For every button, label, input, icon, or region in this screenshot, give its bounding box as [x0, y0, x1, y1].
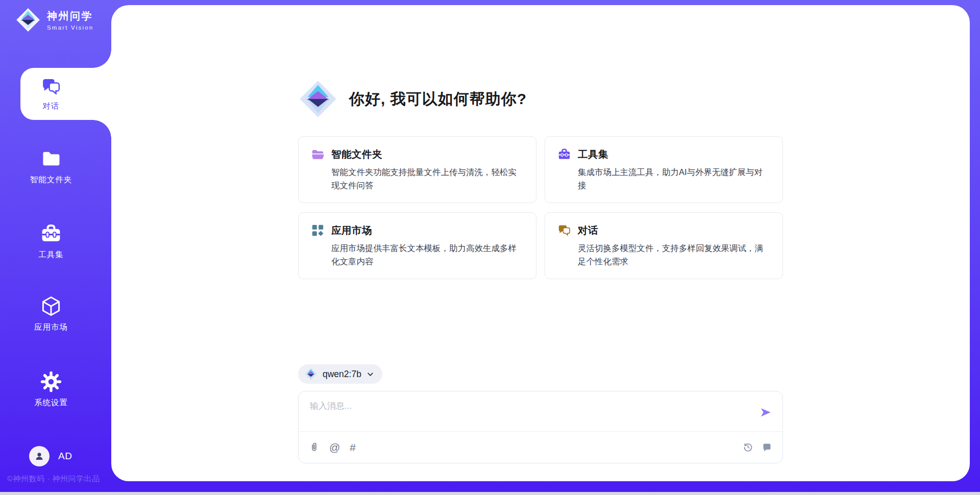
user-name: AD: [58, 451, 72, 462]
sidebar-item-toolkit[interactable]: 工具集: [0, 222, 102, 260]
message-composer: @ #: [298, 391, 783, 463]
copyright-text: ©神州数码 · 神州问学出品: [7, 474, 100, 484]
folder-icon: [40, 147, 62, 170]
user-avatar-icon: [33, 450, 45, 462]
cube-icon: [40, 295, 62, 317]
sidebar-item-label: 对话: [43, 101, 60, 112]
gem-diamond-icon: [304, 367, 317, 381]
chat-bubbles-icon: [41, 77, 61, 97]
brand-title: 神州问学: [47, 9, 93, 23]
main-panel: 你好, 我可以如何帮助你? 智能文件夹 智能文件夹功能支持批量文件上传与清洗，轻…: [111, 5, 970, 481]
card-description: 灵活切换多模型文件，支持多样回复效果调试，满足个性化需求: [557, 242, 770, 268]
avatar: [29, 446, 50, 466]
sidebar-item-label: 应用市场: [34, 322, 68, 333]
gem-diamond-icon: [298, 79, 338, 119]
card-smart-folder[interactable]: 智能文件夹 智能文件夹功能支持批量文件上传与清洗，轻松实现文件问答: [298, 136, 536, 203]
history-icon: [743, 442, 753, 453]
message-input[interactable]: [299, 391, 782, 430]
composer-toolbar: @ #: [299, 431, 782, 463]
sidebar-item-label: 智能文件夹: [30, 175, 72, 185]
send-button[interactable]: [758, 405, 773, 420]
main-content: 你好, 我可以如何帮助你? 智能文件夹 智能文件夹功能支持批量文件上传与清洗，轻…: [298, 5, 783, 463]
welcome-header: 你好, 我可以如何帮助你?: [298, 79, 783, 119]
model-selector[interactable]: qwen2:7b: [298, 364, 382, 384]
card-description: 集成市场上主流工具，助力AI与外界无缝扩展与对接: [557, 166, 770, 192]
paperclip-icon: [309, 442, 320, 453]
hash-button[interactable]: #: [350, 442, 356, 453]
card-title: 智能文件夹: [331, 147, 382, 161]
sidebar-item-smart-folder[interactable]: 智能文件夹: [0, 147, 102, 185]
feature-cards: 智能文件夹 智能文件夹功能支持批量文件上传与清洗，轻松实现文件问答 工具: [298, 136, 783, 279]
hash-icon: #: [350, 442, 356, 453]
app-logo: 神州问学 Smart Vision: [15, 7, 93, 33]
sidebar-item-settings[interactable]: 系统设置: [0, 370, 102, 408]
chat-bubbles-icon: [557, 224, 571, 237]
card-title: 应用市场: [331, 224, 372, 237]
apps-grid-icon: [311, 224, 325, 237]
attach-file-button[interactable]: [309, 442, 320, 453]
user-profile[interactable]: AD: [29, 446, 72, 466]
chevron-down-icon: [366, 370, 374, 378]
card-description: 智能文件夹功能支持批量文件上传与清洗，轻松实现文件问答: [311, 166, 524, 192]
history-button[interactable]: [743, 442, 753, 453]
card-title: 工具集: [578, 147, 608, 161]
send-arrow-icon: [759, 406, 772, 419]
card-description: 应用市场提供丰富长文本模板，助力高效生成多样化文章内容: [311, 242, 524, 268]
mention-icon: @: [329, 442, 340, 453]
gem-diamond-icon: [15, 7, 41, 33]
sidebar-item-label: 工具集: [38, 250, 64, 260]
sidebar-item-chat[interactable]: 对话: [20, 68, 111, 120]
gear-icon: [40, 370, 62, 393]
greeting-text: 你好, 我可以如何帮助你?: [349, 89, 527, 110]
card-toolkit[interactable]: 工具集 集成市场上主流工具，助力AI与外界无缝扩展与对接: [545, 136, 783, 203]
briefcase-icon: [557, 147, 571, 161]
sidebar-item-app-market[interactable]: 应用市场: [0, 295, 102, 333]
sidebar-item-label: 系统设置: [34, 398, 68, 408]
mention-button[interactable]: @: [329, 442, 340, 453]
card-title: 对话: [578, 224, 598, 237]
folder-open-icon: [311, 147, 325, 161]
comment-icon: [762, 442, 772, 453]
briefcase-icon: [40, 222, 62, 245]
card-app-market[interactable]: 应用市场 应用市场提供丰富长文本模板，助力高效生成多样化文章内容: [298, 212, 536, 279]
app-window: 你好, 我可以如何帮助你? 智能文件夹 智能文件夹功能支持批量文件上传与清洗，轻…: [0, 0, 980, 495]
conversation-button[interactable]: [762, 442, 772, 453]
brand-subtitle: Smart Vision: [47, 24, 93, 31]
model-name: qwen2:7b: [323, 369, 361, 380]
card-chat[interactable]: 对话 灵活切换多模型文件，支持多样回复效果调试，满足个性化需求: [545, 212, 783, 279]
